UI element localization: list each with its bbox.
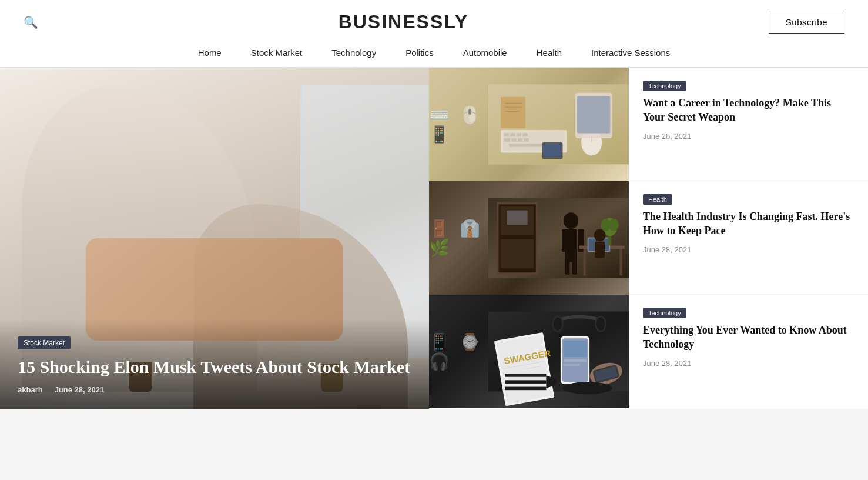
featured-title: 15 Shocking Elon Musk Tweets About Stock… xyxy=(18,355,411,378)
article-date-2: June 28, 2021 xyxy=(643,245,854,254)
svg-point-45 xyxy=(594,229,606,241)
nav-stock-market[interactable]: Stock Market xyxy=(251,48,303,58)
nav-home[interactable]: Home xyxy=(198,48,222,58)
article-category-badge-1[interactable]: Technology xyxy=(643,81,686,91)
nav-interactive-sessions[interactable]: Interactive Sessions xyxy=(591,48,670,58)
svg-rect-4 xyxy=(504,134,509,137)
svg-rect-9 xyxy=(511,138,516,142)
articles-column: Technology Want a Career in Technology? … xyxy=(429,68,868,409)
article-card-3: SWAGGER xyxy=(429,295,868,408)
article-category-badge-3[interactable]: Technology xyxy=(643,308,686,318)
site-header: 🔍 BUSINESSLY Subscribe Home Stock Market… xyxy=(0,0,868,68)
article-card-2: Health The Health Industry Is Changing F… xyxy=(429,181,868,295)
svg-rect-71 xyxy=(505,380,546,384)
article-thumb-3: SWAGGER xyxy=(429,295,629,408)
article-date-1: June 28, 2021 xyxy=(643,132,854,141)
nav-automobile[interactable]: Automobile xyxy=(463,48,507,58)
svg-rect-16 xyxy=(577,96,610,133)
svg-rect-38 xyxy=(620,249,622,276)
svg-rect-5 xyxy=(510,134,515,137)
featured-article: Stock Market 15 Shocking Elon Musk Tweet… xyxy=(0,68,429,409)
featured-date: June 28, 2021 xyxy=(55,385,105,394)
svg-point-58 xyxy=(596,318,605,331)
svg-rect-34 xyxy=(565,260,569,275)
article-info-2: Health The Health Industry Is Changing F… xyxy=(629,181,868,294)
header-top: 🔍 BUSINESSLY Subscribe xyxy=(24,0,844,39)
article-date-3: June 28, 2021 xyxy=(643,359,854,368)
article-category-badge-2[interactable]: Health xyxy=(643,194,672,205)
article-title-1: Want a Career in Technology? Make This Y… xyxy=(643,96,854,125)
svg-rect-17 xyxy=(501,97,525,128)
svg-rect-11 xyxy=(524,138,529,142)
featured-meta: akbarh June 28, 2021 xyxy=(18,385,411,394)
featured-category-badge[interactable]: Stock Market xyxy=(18,336,71,349)
svg-rect-12 xyxy=(509,144,542,147)
svg-rect-72 xyxy=(505,387,546,391)
svg-rect-46 xyxy=(595,241,605,258)
nav-politics[interactable]: Politics xyxy=(405,48,434,58)
main-nav: Home Stock Market Technology Politics Au… xyxy=(24,39,844,67)
svg-rect-63 xyxy=(564,364,580,366)
article-thumb-2 xyxy=(429,181,629,295)
svg-rect-22 xyxy=(544,144,562,158)
svg-point-68 xyxy=(563,382,612,394)
svg-rect-62 xyxy=(564,359,587,362)
article-card-1: Technology Want a Career in Technology? … xyxy=(429,68,868,181)
svg-rect-28 xyxy=(501,239,534,268)
article-info-1: Technology Want a Career in Technology? … xyxy=(629,68,868,181)
svg-rect-61 xyxy=(564,341,587,357)
article-image-1 xyxy=(429,68,629,181)
featured-author: akbarh xyxy=(18,385,43,394)
article-title-3: Everything You Ever Wanted to Know About… xyxy=(643,323,854,352)
svg-rect-8 xyxy=(504,138,511,142)
main-content: Stock Market 15 Shocking Elon Musk Tweet… xyxy=(0,68,868,409)
svg-rect-32 xyxy=(562,229,568,252)
site-title: BUSINESSLY xyxy=(38,11,769,33)
svg-point-44 xyxy=(609,219,619,231)
svg-point-57 xyxy=(554,318,562,331)
article-info-3: Technology Everything You Ever Wanted to… xyxy=(629,295,868,408)
article-image-3: SWAGGER xyxy=(429,295,629,408)
article-image-2 xyxy=(429,181,629,295)
svg-rect-29 xyxy=(507,211,528,225)
svg-rect-7 xyxy=(522,134,527,137)
svg-rect-70 xyxy=(505,374,546,377)
svg-point-30 xyxy=(564,212,578,229)
search-icon[interactable]: 🔍 xyxy=(24,15,38,29)
article-thumb-1 xyxy=(429,68,629,181)
svg-rect-35 xyxy=(572,260,577,275)
nav-technology[interactable]: Technology xyxy=(331,48,376,58)
featured-overlay: Stock Market 15 Shocking Elon Musk Tweet… xyxy=(0,319,429,409)
svg-rect-10 xyxy=(518,138,522,142)
nav-health[interactable]: Health xyxy=(537,48,562,58)
article-title-2: The Health Industry Is Changing Fast. He… xyxy=(643,209,854,238)
svg-rect-6 xyxy=(517,134,521,137)
svg-rect-37 xyxy=(584,249,586,276)
subscribe-button[interactable]: Subscribe xyxy=(769,11,844,34)
